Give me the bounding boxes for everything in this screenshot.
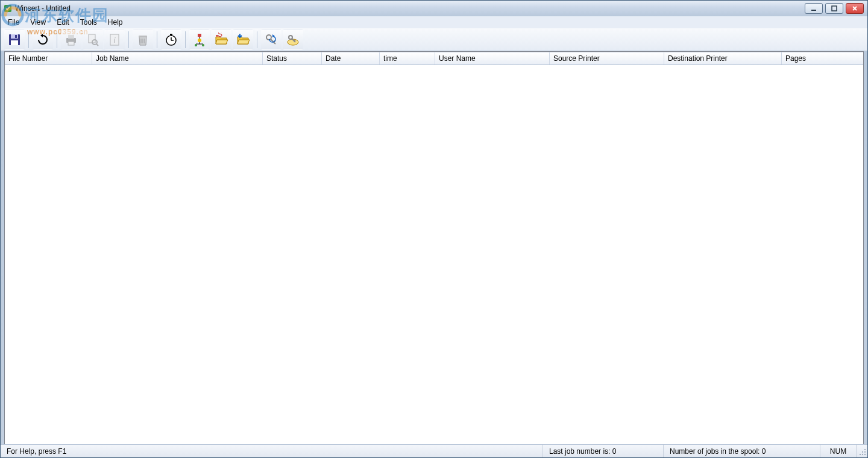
- svg-text:i: i: [114, 36, 116, 45]
- svg-rect-5: [11, 34, 18, 39]
- key-refresh-icon: [264, 33, 278, 47]
- svg-rect-23: [170, 34, 172, 35]
- titlebar: Winsert - Untitled: [1, 1, 867, 16]
- svg-point-40: [864, 454, 866, 455]
- print-button[interactable]: [61, 30, 81, 50]
- application-window: 河东软件园 www.pc0359.cn Winsert - Untitled F…: [0, 0, 868, 458]
- col-status[interactable]: Status: [263, 52, 322, 64]
- svg-point-43: [864, 451, 866, 453]
- status-num: NUM: [820, 445, 857, 457]
- flow-button[interactable]: [189, 30, 210, 50]
- save-button[interactable]: [4, 30, 25, 50]
- toolbar: i: [1, 28, 867, 51]
- refresh-button[interactable]: [33, 30, 53, 50]
- clock-icon: [164, 33, 178, 47]
- minimize-icon: [810, 5, 817, 11]
- svg-rect-25: [198, 34, 201, 37]
- menu-help[interactable]: Help: [103, 17, 128, 28]
- info-button[interactable]: i: [104, 30, 125, 50]
- col-time[interactable]: time: [380, 52, 435, 64]
- trash-icon: [136, 33, 150, 47]
- save-icon: [7, 33, 22, 47]
- col-source-printer[interactable]: Source Printer: [550, 52, 664, 64]
- svg-rect-6: [11, 40, 18, 45]
- print-icon: [64, 33, 78, 47]
- svg-point-31: [202, 44, 204, 46]
- list-body[interactable]: [5, 65, 863, 457]
- svg-point-45: [864, 449, 866, 450]
- delete-button[interactable]: [133, 30, 153, 50]
- menubar: File View Edit Tools Help: [1, 16, 867, 28]
- svg-rect-3: [832, 6, 837, 11]
- window-controls: [805, 3, 864, 14]
- timer-button[interactable]: [161, 30, 181, 50]
- toolbar-separator: [28, 31, 29, 48]
- svg-line-39: [294, 40, 295, 41]
- toolbar-separator: [57, 31, 57, 48]
- unlock-button[interactable]: [283, 30, 303, 50]
- svg-point-30: [195, 44, 197, 46]
- svg-rect-2: [811, 10, 816, 11]
- svg-rect-7: [15, 35, 17, 38]
- close-icon: [851, 5, 858, 11]
- col-date[interactable]: Date: [322, 52, 380, 64]
- statusbar: For Help, press F1 Last job number is: 0…: [1, 444, 867, 457]
- svg-rect-9: [68, 35, 74, 39]
- menu-file[interactable]: File: [3, 17, 24, 28]
- svg-line-13: [96, 44, 98, 46]
- unlock-icon: [286, 33, 300, 47]
- close-button[interactable]: [846, 3, 864, 14]
- column-headers: File Number Job Name Status Date time Us…: [5, 52, 863, 65]
- preview-icon: [86, 33, 100, 47]
- svg-rect-16: [139, 36, 147, 37]
- menu-edit[interactable]: Edit: [52, 17, 74, 28]
- menu-view[interactable]: View: [25, 17, 51, 28]
- info-icon: i: [107, 33, 122, 47]
- toolbar-separator: [257, 31, 257, 48]
- svg-point-33: [266, 35, 271, 40]
- import-folder-icon: [236, 33, 250, 47]
- svg-point-42: [860, 454, 861, 455]
- window-title: Winsert - Untitled: [15, 4, 805, 13]
- svg-point-41: [862, 454, 863, 455]
- col-file-number[interactable]: File Number: [5, 52, 92, 64]
- maximize-icon: [831, 5, 838, 11]
- minimize-button[interactable]: [805, 3, 823, 14]
- preview-button[interactable]: [83, 30, 103, 50]
- status-last-job: Last job number is: 0: [543, 445, 664, 457]
- open-folder-icon: S: [214, 33, 228, 47]
- status-help: For Help, press F1: [1, 445, 543, 457]
- toolbar-separator: [185, 31, 186, 48]
- col-destination-printer[interactable]: Destination Printer: [664, 52, 782, 64]
- svg-rect-10: [68, 42, 74, 45]
- resize-grip[interactable]: [857, 446, 867, 457]
- svg-text:S: S: [218, 33, 222, 39]
- grip-icon: [858, 447, 866, 456]
- col-pages[interactable]: Pages: [782, 52, 863, 64]
- toolbar-separator: [128, 31, 129, 48]
- svg-point-44: [862, 451, 863, 453]
- col-user-name[interactable]: User Name: [435, 52, 550, 64]
- content-area: File Number Job Name Status Date time Us…: [4, 51, 864, 444]
- menu-tools[interactable]: Tools: [75, 17, 102, 28]
- refresh-icon: [36, 33, 50, 47]
- maximize-button[interactable]: [825, 3, 843, 14]
- status-jobs-spool: Number of jobs in the spool: 0: [664, 445, 820, 457]
- col-job-name[interactable]: Job Name: [92, 52, 263, 64]
- import-folder-button[interactable]: [233, 30, 253, 50]
- open-folder-button[interactable]: S: [211, 30, 231, 50]
- app-icon: [3, 4, 13, 13]
- svg-point-26: [198, 39, 201, 42]
- toolbar-separator: [157, 31, 157, 48]
- key-refresh-button[interactable]: [261, 30, 281, 50]
- flow-icon: [192, 33, 207, 47]
